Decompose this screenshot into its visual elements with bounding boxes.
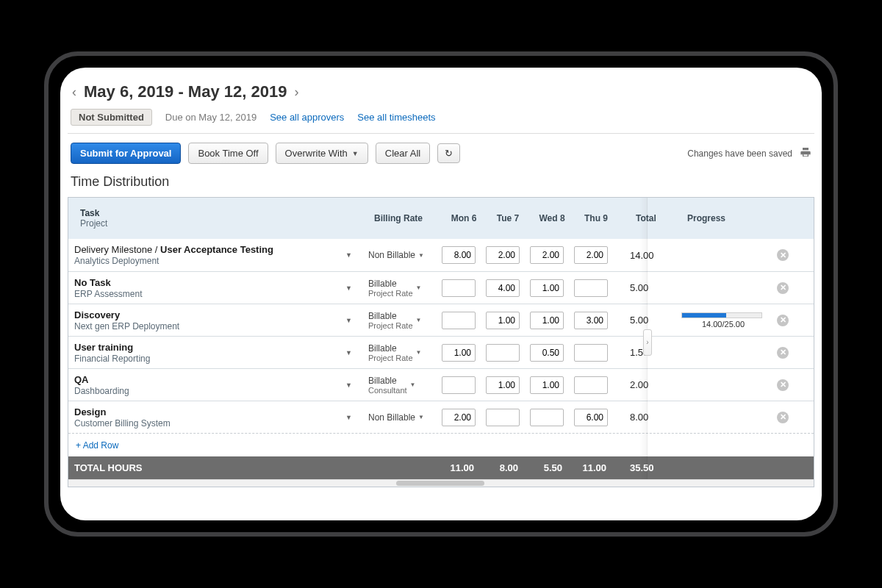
billing-rate-cell[interactable]: BillableConsultant▼	[362, 371, 436, 399]
app-screen: ‹ May 6, 2019 - May 12, 2019 › Not Submi…	[60, 68, 822, 520]
hour-cell	[436, 372, 480, 398]
billing-rate-cell[interactable]: Non Billable▼	[362, 408, 436, 427]
remove-row-button[interactable]: ✕	[777, 249, 789, 261]
hour-input[interactable]	[530, 312, 564, 329]
hour-input[interactable]	[530, 376, 564, 394]
task-cell: DiscoveryNext gen ERP Deployment▼	[68, 305, 362, 336]
row-actions: ✕	[771, 309, 790, 331]
billing-rate-cell[interactable]: BillableProject Rate▼	[362, 339, 436, 367]
remove-row-button[interactable]: ✕	[777, 282, 789, 294]
project-name: Customer Billing System	[74, 418, 337, 429]
billing-rate-cell[interactable]: BillableProject Rate▼	[362, 306, 436, 334]
hour-input[interactable]	[486, 344, 520, 362]
hour-input[interactable]	[442, 344, 476, 362]
billing-rate-sublabel: Consultant	[368, 386, 407, 395]
billing-rate-label: Non Billable	[368, 250, 415, 260]
row-total: 14.00	[624, 245, 675, 265]
hour-cell	[436, 340, 480, 366]
hour-input[interactable]	[486, 409, 520, 426]
section-title: Time Distribution	[68, 174, 814, 197]
hour-input[interactable]	[574, 409, 608, 426]
horizontal-scrollbar[interactable]	[68, 479, 814, 487]
submit-for-approval-button[interactable]: Submit for Approval	[71, 143, 181, 164]
hour-input[interactable]	[574, 376, 608, 394]
hour-input[interactable]	[442, 246, 476, 264]
hour-input[interactable]	[442, 376, 476, 394]
next-week-button[interactable]: ›	[293, 85, 300, 100]
timesheet-grid: Task Project Billing Rate Mon 6 Tue 7 We…	[68, 197, 814, 487]
billing-rate-cell[interactable]: Non Billable▼	[362, 245, 436, 265]
hour-cell	[524, 307, 568, 334]
billing-rate-sublabel: Project Rate	[368, 321, 413, 330]
total-day-1: 8.00	[480, 456, 524, 479]
task-picker-caret-icon[interactable]: ▼	[341, 282, 356, 295]
billing-rate-cell[interactable]: BillableProject Rate▼	[362, 274, 436, 302]
task-picker-caret-icon[interactable]: ▼	[341, 314, 356, 327]
remove-row-button[interactable]: ✕	[777, 347, 789, 359]
status-bar: Not Submitted Due on May 12, 2019 See al…	[68, 109, 814, 134]
hour-input[interactable]	[442, 279, 476, 297]
scrollbar-thumb[interactable]	[396, 481, 484, 486]
col-day-2: Wed 8	[530, 210, 574, 226]
progress-cell	[675, 348, 771, 357]
due-date-label: Due on May 12, 2019	[165, 112, 257, 123]
table-row: Delivery Milestone / User Acceptance Tes…	[68, 239, 814, 271]
hour-input[interactable]	[574, 312, 608, 329]
book-time-off-button[interactable]: Book Time Off	[188, 143, 268, 164]
hour-input[interactable]	[574, 344, 608, 362]
tablet-frame: ‹ May 6, 2019 - May 12, 2019 › Not Submi…	[44, 51, 838, 537]
hour-input[interactable]	[442, 409, 476, 426]
hour-input[interactable]	[574, 246, 608, 264]
hour-input[interactable]	[442, 312, 476, 329]
hour-input[interactable]	[530, 344, 564, 362]
add-row-link[interactable]: + Add Row	[76, 440, 118, 451]
row-total: 8.00	[624, 407, 675, 427]
see-approvers-link[interactable]: See all approvers	[270, 112, 344, 123]
hour-cell	[436, 242, 480, 268]
hour-input[interactable]	[486, 279, 520, 297]
hour-input[interactable]	[486, 312, 520, 329]
task-cell: QADashboarding▼	[68, 370, 362, 401]
table-row: DiscoveryNext gen ERP Deployment▼Billabl…	[68, 304, 814, 336]
billing-rate-label: Billable	[368, 376, 407, 386]
print-button[interactable]	[800, 146, 811, 161]
overwrite-with-button[interactable]: Overwrite With▼	[276, 143, 368, 164]
hour-cell	[524, 340, 568, 366]
hour-input[interactable]	[530, 246, 564, 264]
progress-cell	[675, 413, 771, 422]
hour-input[interactable]	[486, 246, 520, 264]
grid-header: Task Project Billing Rate Mon 6 Tue 7 We…	[68, 198, 814, 239]
hour-cell	[524, 404, 568, 431]
col-project-label: Project	[80, 218, 362, 229]
hour-input[interactable]	[574, 279, 608, 297]
add-row-section: + Add Row	[68, 433, 814, 456]
task-cell: No TaskERP Assessment▼	[68, 273, 362, 304]
refresh-button[interactable]: ↻	[437, 143, 460, 163]
see-timesheets-link[interactable]: See all timesheets	[357, 112, 435, 123]
clear-all-label: Clear All	[385, 148, 420, 159]
task-picker-caret-icon[interactable]: ▼	[341, 346, 356, 359]
hour-cell	[480, 242, 524, 268]
task-picker-caret-icon[interactable]: ▼	[341, 379, 356, 392]
progress-cell	[675, 251, 771, 259]
clear-all-button[interactable]: Clear All	[376, 143, 430, 164]
task-picker-caret-icon[interactable]: ▼	[341, 411, 356, 424]
hour-input[interactable]	[530, 279, 564, 297]
task-picker-caret-icon[interactable]: ▼	[341, 248, 356, 262]
scroll-next-days-button[interactable]: ›	[643, 329, 652, 356]
rate-caret-icon: ▼	[416, 284, 422, 291]
hour-cell	[524, 372, 568, 398]
remove-row-button[interactable]: ✕	[777, 412, 789, 423]
task-prefix: Delivery Milestone /	[74, 244, 160, 255]
hour-input[interactable]	[486, 376, 520, 394]
hour-cell	[524, 275, 568, 301]
col-actions	[777, 215, 796, 221]
remove-row-button[interactable]: ✕	[777, 379, 789, 391]
hour-input[interactable]	[530, 409, 564, 426]
date-range-label: May 6, 2019 - May 12, 2019	[84, 82, 287, 101]
prev-week-button[interactable]: ‹	[71, 85, 78, 100]
col-day-1: Tue 7	[486, 210, 530, 226]
remove-row-button[interactable]: ✕	[777, 315, 789, 326]
project-name: Dashboarding	[74, 386, 337, 396]
task-name: No Task	[74, 277, 111, 288]
